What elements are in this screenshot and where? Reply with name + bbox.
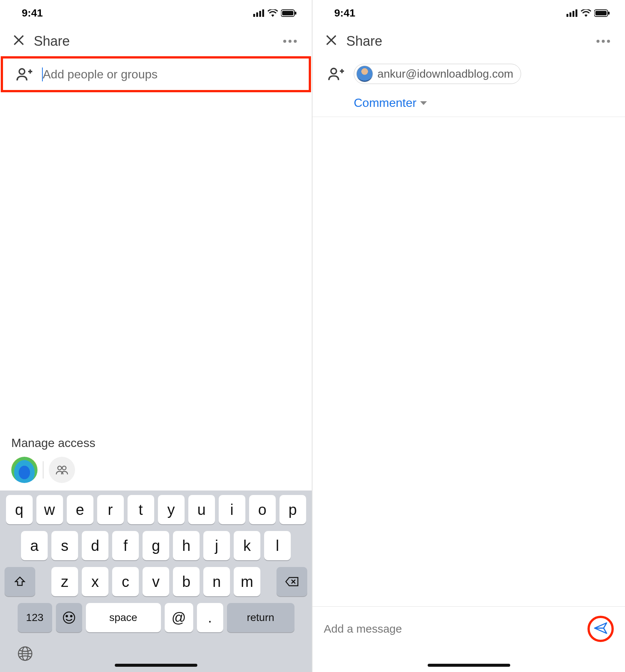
key-m[interactable]: m [234,567,260,596]
close-button[interactable] [11,33,26,49]
svg-point-31 [331,68,337,74]
key-e[interactable]: e [67,495,93,524]
status-time: 9:41 [334,7,355,19]
empty-area [0,92,312,436]
key-q[interactable]: q [6,495,33,524]
group-icon [55,465,69,475]
at-key[interactable]: @ [165,603,193,632]
key-i[interactable]: i [219,495,245,524]
header: Share [312,26,625,56]
keyboard-row-3: zxcvbnm [2,567,309,596]
key-a[interactable]: a [21,531,48,560]
phone-left: 9:41 Share Manage access [0,0,312,672]
svg-rect-3 [262,9,264,17]
svg-rect-2 [259,11,261,17]
message-input[interactable] [324,622,583,635]
send-button-highlight [587,616,614,642]
key-r[interactable]: r [97,495,124,524]
svg-rect-24 [572,11,574,17]
manage-access-avatars[interactable] [11,457,300,483]
svg-point-16 [63,612,75,623]
svg-point-9 [19,69,25,74]
emoji-icon [62,611,76,624]
key-g[interactable]: g [143,531,169,560]
key-s[interactable]: s [51,531,78,560]
svg-rect-22 [566,14,568,17]
key-b[interactable]: b [173,567,200,596]
svg-point-13 [62,466,66,470]
recipient-email: ankur@idownloadblog.com [377,68,513,80]
numbers-key[interactable]: 123 [18,603,52,632]
svg-point-12 [58,466,62,470]
svg-rect-27 [595,11,607,15]
person-add-icon [16,66,32,82]
group-avatar[interactable] [49,457,75,483]
close-icon [326,34,337,46]
chevron-down-icon [420,101,427,105]
svg-rect-28 [608,12,610,15]
manage-access-label: Manage access [11,436,300,450]
role-label: Commenter [354,96,416,110]
key-j[interactable]: j [203,531,230,560]
role-row: Commenter [312,92,625,117]
svg-rect-1 [256,12,258,17]
keyboard-bottom-row [2,639,309,665]
period-key[interactable]: . [197,603,223,632]
wifi-icon [267,9,278,17]
key-u[interactable]: u [188,495,215,524]
more-menu-button[interactable] [279,36,300,46]
key-w[interactable]: w [36,495,63,524]
svg-rect-23 [569,12,571,17]
add-people-input[interactable] [42,68,300,81]
recipient-chip-wrap: ankur@idownloadblog.com [354,64,521,84]
compose-bar [312,606,625,672]
add-people-row[interactable] [1,56,311,92]
key-d[interactable]: d [82,531,108,560]
emoji-key[interactable] [56,603,82,632]
close-button[interactable] [324,33,339,49]
status-icons [566,9,610,17]
key-l[interactable]: l [264,531,291,560]
home-indicator[interactable] [428,664,510,667]
key-y[interactable]: y [158,495,185,524]
key-z[interactable]: z [51,567,78,596]
home-indicator[interactable] [115,664,197,667]
return-key[interactable]: return [227,603,294,632]
key-v[interactable]: v [143,567,169,596]
key-h[interactable]: h [173,531,200,560]
status-time: 9:41 [22,7,43,19]
key-n[interactable]: n [203,567,230,596]
key-f[interactable]: f [112,531,139,560]
role-dropdown[interactable]: Commenter [354,96,427,110]
svg-rect-0 [253,14,255,17]
backspace-key[interactable] [276,567,307,596]
key-o[interactable]: o [249,495,276,524]
avatar-divider [43,461,44,478]
svg-rect-6 [295,12,296,15]
page-title: Share [34,33,279,49]
close-icon [13,34,24,46]
send-button[interactable] [593,621,608,637]
key-k[interactable]: k [234,531,260,560]
backspace-icon [285,576,299,587]
key-p[interactable]: p [279,495,306,524]
globe-key[interactable] [17,646,33,665]
key-x[interactable]: x [82,567,108,596]
svg-rect-25 [575,9,577,17]
battery-icon [281,9,297,17]
space-key[interactable]: space [86,603,161,632]
more-menu-button[interactable] [593,36,614,46]
phone-right: 9:41 Share ankur@idownloadblog.com Comme… [312,0,625,672]
keyboard-row-4: 123 space @ . return [2,603,309,632]
recipient-avatar [356,66,373,82]
owner-avatar[interactable] [11,457,38,483]
key-t[interactable]: t [128,495,154,524]
keyboard-row-1: qwertyuiop [2,495,309,524]
svg-rect-5 [282,11,293,15]
cellular-icon [253,9,264,17]
svg-point-17 [66,615,68,617]
key-c[interactable]: c [112,567,139,596]
recipient-chip[interactable]: ankur@idownloadblog.com [354,64,521,84]
status-bar: 9:41 [312,0,625,26]
shift-key[interactable] [5,567,35,596]
